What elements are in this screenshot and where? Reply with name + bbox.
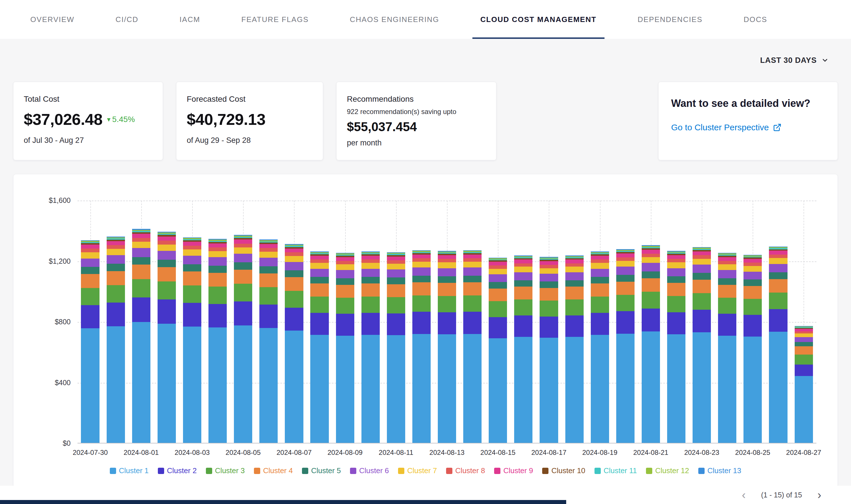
tab-cloud-cost-management[interactable]: CLOUD COST MANAGEMENT (479, 0, 598, 39)
bar-slot (765, 201, 791, 443)
bar-2024-08-22[interactable] (667, 251, 685, 443)
bar-2024-08-07[interactable] (285, 244, 303, 443)
bar-segment-cluster-8 (718, 261, 736, 264)
bar-2024-08-03[interactable] (183, 237, 201, 443)
bar-2024-08-01[interactable] (132, 229, 151, 443)
bar-segment-cluster-6 (107, 255, 125, 264)
bar-segment-cluster-7 (565, 267, 584, 272)
bar-segment-cluster-1 (565, 337, 584, 443)
legend-item-cluster-7[interactable]: Cluster 7 (398, 466, 437, 475)
bar-slot (536, 201, 562, 443)
bar-2024-08-15[interactable] (489, 258, 507, 443)
legend-swatch (698, 468, 705, 474)
bar-segment-cluster-9 (158, 237, 176, 241)
date-range-dropdown[interactable]: LAST 30 DAYS (760, 56, 829, 65)
detail-view-title: Want to see a detailed view? (671, 97, 825, 109)
pagination-next-button[interactable]: › (815, 489, 823, 501)
bar-segment-cluster-7 (795, 334, 813, 337)
bar-2024-08-16[interactable] (514, 255, 533, 443)
bar-segment-cluster-2 (565, 316, 584, 337)
bar-segment-cluster-4 (158, 267, 176, 282)
bar-segment-cluster-9 (489, 262, 507, 266)
bar-2024-08-18[interactable] (565, 255, 584, 443)
pagination-prev-button[interactable]: ‹ (740, 489, 748, 501)
legend-item-cluster-9[interactable]: Cluster 9 (494, 466, 533, 475)
x-axis-tick: 2024-08-01 (123, 449, 159, 456)
legend-item-cluster-1[interactable]: Cluster 1 (110, 466, 149, 475)
bar-segment-cluster-3 (693, 293, 711, 310)
bar-segment-cluster-3 (795, 355, 813, 365)
bar-2024-08-04[interactable] (208, 239, 227, 443)
bar-segment-cluster-1 (234, 325, 252, 443)
tab-chaos-engineering[interactable]: CHAOS ENGINEERING (348, 0, 441, 39)
bar-2024-08-11[interactable] (387, 252, 405, 443)
bar-2024-08-23[interactable] (693, 247, 711, 443)
bar-2024-08-08[interactable] (310, 251, 329, 443)
legend-item-cluster-11[interactable]: Cluster 11 (594, 466, 637, 475)
bar-segment-cluster-3 (310, 296, 329, 313)
bar-2024-08-14[interactable] (463, 250, 482, 443)
bar-2024-08-21[interactable] (642, 245, 660, 443)
bar-2024-08-24[interactable] (718, 253, 736, 443)
legend-swatch (494, 468, 500, 474)
bar-2024-08-13[interactable] (438, 251, 456, 443)
legend-swatch (110, 468, 116, 474)
bar-segment-cluster-2 (310, 313, 329, 335)
bar-segment-cluster-3 (285, 291, 303, 308)
cost-chart-panel: $0$400$800$1,200$1,600 2024-07-302024-08… (13, 174, 838, 489)
bar-2024-08-12[interactable] (412, 250, 431, 443)
bar-2024-07-31[interactable] (107, 237, 125, 443)
legend-item-cluster-5[interactable]: Cluster 5 (302, 466, 341, 475)
legend-item-cluster-13[interactable]: Cluster 13 (698, 466, 742, 475)
legend-label: Cluster 5 (311, 466, 341, 475)
bar-2024-08-20[interactable] (616, 249, 635, 443)
bar-segment-cluster-6 (744, 272, 762, 280)
recommendations-card: Recommendations 922 recommendation(s) sa… (336, 82, 497, 160)
bar-2024-08-19[interactable] (591, 251, 609, 443)
chart-bars (77, 201, 816, 443)
bar-slot (128, 201, 154, 443)
bar-segment-cluster-7 (208, 251, 227, 257)
bar-2024-08-26[interactable] (769, 247, 787, 443)
bar-segment-cluster-1 (795, 376, 813, 443)
bar-2024-08-06[interactable] (259, 239, 278, 443)
tab-feature-flags[interactable]: FEATURE FLAGS (240, 0, 310, 39)
x-axis-tick: 2024-08-27 (786, 449, 821, 456)
content-area: LAST 30 DAYS Total Cost $37,026.48 ▾ 5.4… (0, 39, 851, 489)
bar-segment-cluster-9 (795, 329, 813, 331)
bar-segment-cluster-9 (234, 239, 252, 244)
bar-segment-cluster-8 (591, 259, 609, 263)
bar-2024-08-27[interactable] (795, 326, 813, 443)
tab-ci-cd[interactable]: CI/CD (114, 0, 140, 39)
legend-swatch (446, 468, 452, 474)
legend-item-cluster-10[interactable]: Cluster 10 (542, 466, 585, 475)
bar-2024-08-10[interactable] (362, 251, 380, 443)
bar-2024-07-30[interactable] (81, 240, 99, 443)
legend-item-cluster-8[interactable]: Cluster 8 (446, 466, 485, 475)
legend-item-cluster-3[interactable]: Cluster 3 (206, 466, 245, 475)
cluster-perspective-link[interactable]: Go to Cluster Perspective (671, 123, 782, 132)
bar-2024-08-05[interactable] (234, 235, 252, 443)
bar-segment-cluster-4 (285, 277, 303, 291)
tab-dependencies[interactable]: DEPENDENCIES (636, 0, 704, 39)
tab-docs[interactable]: DOCS (742, 0, 769, 39)
tab-iacm[interactable]: IACM (178, 0, 202, 39)
legend-item-cluster-12[interactable]: Cluster 12 (646, 466, 689, 475)
bar-2024-08-17[interactable] (540, 257, 558, 443)
bar-segment-cluster-8 (310, 259, 329, 263)
bar-segment-cluster-2 (489, 317, 507, 338)
legend-item-cluster-4[interactable]: Cluster 4 (254, 466, 293, 475)
bar-2024-08-09[interactable] (336, 253, 354, 443)
bar-2024-08-25[interactable] (744, 255, 762, 443)
legend-item-cluster-6[interactable]: Cluster 6 (350, 466, 389, 475)
bar-2024-08-02[interactable] (158, 232, 176, 443)
bar-segment-cluster-7 (642, 257, 660, 263)
tab-overview[interactable]: OVERVIEW (29, 0, 76, 39)
total-cost-period: of Jul 30 - Aug 27 (24, 136, 152, 145)
legend-item-cluster-2[interactable]: Cluster 2 (158, 466, 197, 475)
bar-segment-cluster-8 (667, 259, 685, 262)
bar-slot (587, 201, 612, 443)
bar-segment-cluster-1 (489, 338, 507, 443)
legend-label: Cluster 3 (215, 466, 245, 475)
bar-segment-cluster-6 (718, 270, 736, 278)
